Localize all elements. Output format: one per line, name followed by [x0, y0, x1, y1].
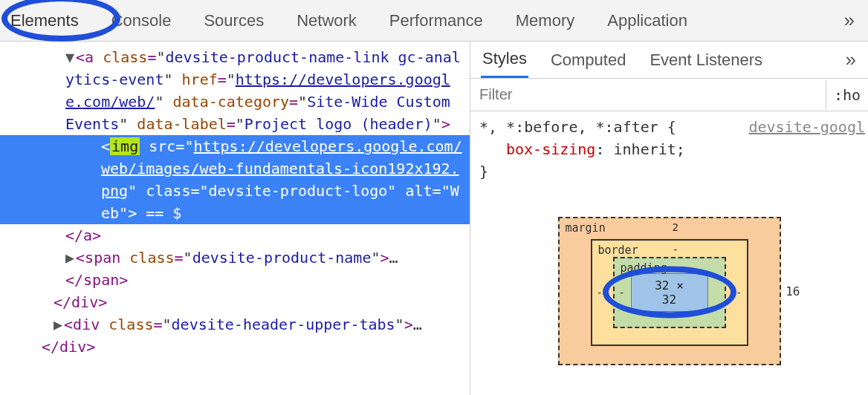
dom-div2-open[interactable]: ▶<div class="devsite-header-upper-tabs">…: [0, 313, 470, 336]
margin-top-value: 2: [673, 221, 678, 233]
dom-span-open[interactable]: ▶<span class="devsite-product-name">…: [0, 247, 470, 269]
side-tab-computed[interactable]: Computed: [549, 43, 628, 77]
dom-tree-panel[interactable]: ▼<a class="devsite-product-name-link gc-…: [0, 42, 470, 395]
box-model-border[interactable]: border - - - padding - 32 × 32: [591, 239, 748, 346]
styles-filter-row: :ho: [470, 79, 868, 111]
border-top-value: -: [673, 244, 678, 255]
margin-right-value: 16: [786, 284, 800, 298]
disclosure-triangle-right-icon: ▶: [65, 249, 74, 267]
dom-img-selected[interactable]: <img src="https://developers.google.com/…: [0, 135, 470, 224]
css-rule-block[interactable]: devsite-googl *, *:before, *:after { box…: [470, 111, 868, 187]
disclosure-triangle-right-icon: ▶: [54, 316, 62, 333]
styles-side-panel: Styles Computed Event Listeners » :ho de…: [470, 42, 868, 395]
css-source-link[interactable]: devsite-googl: [748, 116, 865, 138]
box-model-padding[interactable]: padding - 32 × 32: [613, 257, 726, 328]
margin-label: margin: [566, 221, 606, 235]
styles-filter-input[interactable]: [470, 80, 826, 109]
box-model-content-size: 32 × 32: [631, 273, 708, 312]
dom-span-close[interactable]: </span>: [0, 269, 470, 291]
css-selector: *, *:before, *:after {: [479, 118, 676, 136]
dom-div-close[interactable]: </div>: [0, 291, 470, 313]
padding-label: padding: [621, 261, 667, 275]
tab-performance[interactable]: Performance: [385, 4, 488, 38]
disclosure-triangle-down-icon: ▼: [65, 48, 74, 66]
tab-memory[interactable]: Memory: [511, 4, 579, 38]
hover-toggle[interactable]: :ho: [826, 80, 868, 110]
dom-div2-close[interactable]: </div>: [0, 336, 470, 358]
tab-application[interactable]: Application: [603, 4, 692, 38]
tab-sources[interactable]: Sources: [199, 4, 268, 38]
dom-a-open[interactable]: ▼<a class="devsite-product-name-link gc-…: [0, 46, 470, 135]
css-property-value[interactable]: inherit: [614, 140, 676, 158]
side-tabs: Styles Computed Event Listeners »: [470, 42, 868, 79]
devtools-panels: ▼<a class="devsite-product-name-link gc-…: [0, 42, 868, 395]
css-property-name[interactable]: box-sizing: [506, 140, 595, 158]
border-left-value: -: [597, 287, 603, 298]
devtools-top-tabs: Elements Console Sources Network Perform…: [0, 0, 868, 42]
dom-a-close[interactable]: </a>: [0, 224, 470, 247]
side-tabs-overflow-icon[interactable]: »: [846, 48, 856, 71]
tabs-overflow-icon[interactable]: »: [844, 9, 855, 32]
side-tab-event-listeners[interactable]: Event Listeners: [648, 43, 764, 77]
side-tab-styles[interactable]: Styles: [481, 42, 528, 78]
tab-network[interactable]: Network: [292, 4, 361, 38]
padding-left-value: -: [619, 287, 625, 298]
box-model-margin[interactable]: margin 2 16 border - - - padding - 32 × …: [558, 217, 781, 365]
tab-console[interactable]: Console: [107, 4, 176, 38]
border-label: border: [598, 244, 638, 257]
tab-elements[interactable]: Elements: [6, 4, 83, 38]
box-model-diagram[interactable]: margin 2 16 border - - - padding - 32 × …: [558, 217, 781, 365]
border-right-value: -: [736, 287, 742, 298]
